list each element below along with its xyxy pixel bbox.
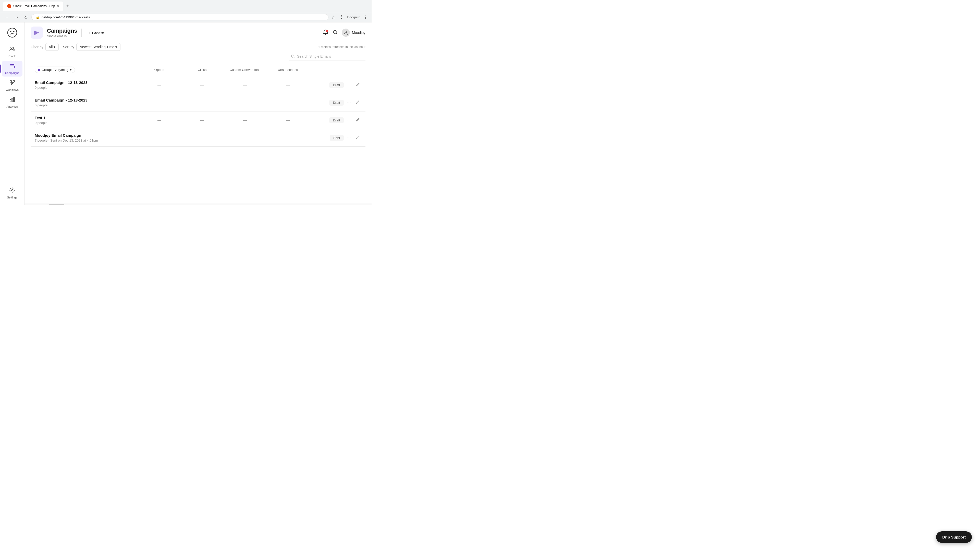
campaign-meta: 7 people · Sent on Dec 13, 2023 at 4:51p… (35, 138, 137, 142)
col-header-unsubscribes: Unsubscribes (267, 68, 308, 72)
user-menu[interactable]: Moodjoy (342, 29, 366, 37)
filter-group: Filter by All ▾ (30, 43, 59, 51)
header-divider (81, 29, 82, 37)
refresh-button[interactable]: ↻ (22, 14, 29, 21)
status-badge: Sent (330, 135, 344, 141)
opens-value: — (139, 118, 180, 122)
notifications-button[interactable] (323, 29, 328, 36)
sort-chevron-icon: ▾ (115, 45, 117, 49)
tab-close-button[interactable]: × (57, 4, 59, 8)
filter-label: Filter by (30, 45, 43, 49)
address-bar[interactable]: 🔒 getdrip.com/7641396/broadcasts (32, 14, 328, 21)
campaigns-header-icon (30, 27, 43, 39)
conversions-value: — (224, 136, 266, 140)
svg-rect-12 (10, 100, 11, 102)
search-input-wrap (289, 53, 366, 60)
menu-button[interactable]: ⋮ (363, 14, 369, 21)
sidebar-item-people[interactable]: People (2, 44, 22, 60)
more-options-button[interactable]: ··· (346, 135, 352, 141)
search-icon (291, 54, 295, 59)
campaign-info: Test 1 0 people (35, 116, 137, 125)
sidebar-item-settings[interactable]: Settings (2, 185, 22, 201)
svg-point-1 (341, 16, 342, 17)
sidebar-item-campaigns[interactable]: Campaigns (2, 61, 22, 76)
campaigns-rows: Email Campaign - 12-13-2023 0 people — —… (30, 76, 366, 147)
info-icon: ℹ (318, 45, 320, 49)
active-tab[interactable]: Single Email Campaigns - Drip × (3, 2, 63, 11)
svg-point-19 (345, 31, 347, 33)
opens-value: — (139, 100, 180, 105)
forward-button[interactable]: → (13, 14, 21, 21)
header-left: Campaigns Single emails + Create (30, 27, 107, 39)
nav-bar: ← → ↻ 🔒 getdrip.com/7641396/broadcasts ☆… (0, 12, 372, 22)
campaign-info: Email Campaign - 12-13-2023 0 people (35, 98, 137, 107)
group-filter[interactable]: Group: Everything ▾ (35, 67, 75, 73)
svg-point-3 (8, 28, 17, 37)
people-icon (9, 46, 15, 54)
campaign-name[interactable]: Moodjoy Email Campaign (35, 133, 137, 138)
sidebar-item-workflows[interactable]: Workflows (2, 78, 22, 94)
unsubscribes-value: — (267, 118, 308, 122)
sort-select[interactable]: Newest Sending Time ▾ (76, 43, 121, 51)
campaign-meta: 0 people (35, 121, 137, 125)
campaign-name[interactable]: Email Campaign - 12-13-2023 (35, 80, 137, 85)
conversions-value: — (224, 118, 266, 122)
table-header: Group: Everything ▾ Opens Clicks Custom … (30, 64, 366, 76)
edit-button[interactable] (354, 81, 361, 89)
col-header-opens: Opens (139, 68, 180, 72)
filter-select[interactable]: All ▾ (45, 43, 59, 51)
page-header: Campaigns Single emails + Create (24, 22, 372, 39)
more-options-button[interactable]: ··· (346, 117, 352, 124)
sidebar-item-analytics[interactable]: Analytics (2, 94, 22, 110)
status-badge: Draft (329, 82, 344, 88)
filter-chevron-icon: ▾ (54, 45, 56, 49)
group-dot (38, 69, 40, 71)
lock-icon: 🔒 (36, 16, 40, 19)
search-input[interactable] (297, 54, 363, 59)
svg-point-4 (10, 31, 11, 32)
svg-rect-13 (12, 98, 13, 102)
page-title: Campaigns (47, 27, 77, 34)
svg-marker-16 (34, 30, 39, 35)
extensions-button[interactable] (338, 14, 345, 21)
search-bar-area (24, 53, 372, 64)
global-search-button[interactable] (332, 30, 338, 36)
toolbar: Filter by All ▾ Sort by Newest Sending T… (24, 39, 372, 53)
new-tab-button[interactable]: + (64, 2, 72, 10)
status-badge: Draft (329, 100, 344, 106)
more-options-button[interactable]: ··· (346, 82, 352, 88)
more-options-button[interactable]: ··· (346, 99, 352, 106)
tab-bar: Single Email Campaigns - Drip × + (3, 2, 71, 11)
scrollbar-thumb (49, 204, 64, 205)
notification-dot (326, 30, 328, 32)
campaign-info: Moodjoy Email Campaign 7 people · Sent o… (35, 133, 137, 142)
clicks-value: — (182, 83, 223, 87)
settings-icon (9, 187, 15, 195)
tab-title: Single Email Campaigns - Drip (13, 4, 55, 8)
campaigns-icon (9, 63, 15, 70)
nav-actions: ☆ Incognito ⋮ (331, 14, 369, 21)
back-button[interactable]: ← (3, 14, 11, 21)
sidebar-analytics-label: Analytics (6, 105, 18, 108)
workflows-icon (9, 79, 15, 87)
table-row: Email Campaign - 12-13-2023 0 people — —… (30, 94, 366, 111)
bottom-scrollbar[interactable] (24, 203, 372, 205)
campaign-name[interactable]: Test 1 (35, 116, 137, 120)
col-header-conversions: Custom Conversions (224, 68, 266, 72)
edit-button[interactable] (354, 134, 361, 141)
clicks-value: — (182, 100, 223, 105)
create-button[interactable]: + Create (86, 29, 107, 37)
svg-point-6 (11, 47, 12, 48)
edit-button[interactable] (354, 117, 361, 124)
edit-button[interactable] (354, 99, 361, 106)
campaign-info: Email Campaign - 12-13-2023 0 people (35, 80, 137, 89)
opens-value: — (139, 136, 180, 140)
campaign-name[interactable]: Email Campaign - 12-13-2023 (35, 98, 137, 102)
app-logo[interactable] (6, 27, 18, 39)
header-title-section: Campaigns Single emails (47, 27, 77, 38)
main-content: Campaigns Single emails + Create (24, 22, 372, 205)
app-layout: People Campaigns Workflows Analytics (0, 22, 372, 205)
clicks-value: — (182, 136, 223, 140)
opens-value: — (139, 83, 180, 87)
bookmark-button[interactable]: ☆ (331, 14, 336, 21)
